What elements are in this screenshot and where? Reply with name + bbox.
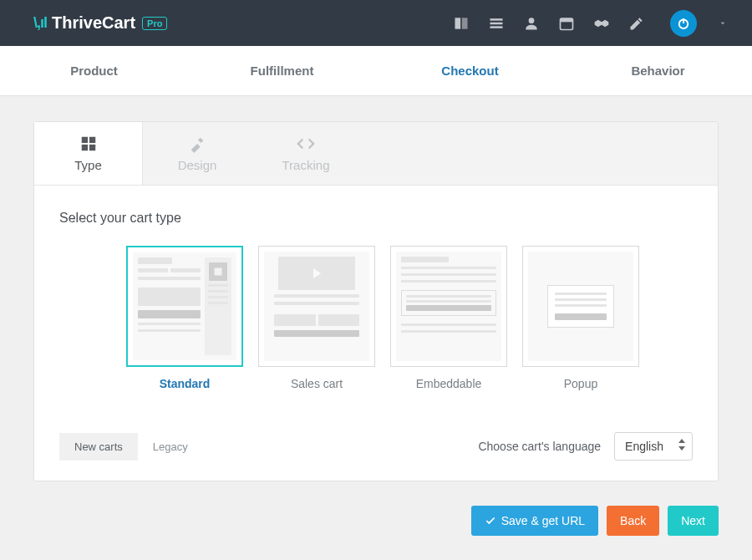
checkout-panel: Type Design Tracking Select your cart ty… [33,121,719,481]
language-select[interactable]: English [614,432,693,461]
cart-type-standard[interactable]: Standard [126,246,243,390]
logo[interactable]: \,ıl ThriveCart Pro [33,13,167,33]
cart-thumb [126,246,243,367]
subtab-type[interactable]: Type [34,122,143,185]
next-button[interactable]: Next [668,506,719,536]
save-get-url-button[interactable]: Save & get URL [471,506,598,536]
pro-badge: Pro [142,17,167,30]
section-title: Select your cart type [59,211,693,226]
cart-type-embeddable[interactable]: Embeddable [390,246,507,390]
design-icon [188,135,206,153]
grid-icon [79,135,98,153]
handshake-icon[interactable] [593,15,610,32]
logo-mark-icon: \,ıl [33,14,47,32]
svg-rect-12 [81,145,87,150]
svg-point-5 [529,18,535,23]
cart-type-label: Standard [160,377,211,390]
cart-thumb [390,246,507,367]
language-label: Choose cart's language [478,440,601,453]
sub-tabs: Type Design Tracking [34,122,718,186]
user-icon[interactable] [523,15,540,32]
logo-text: ThriveCart [52,13,135,33]
footer-actions: Save & get URL Back Next [0,494,752,536]
cart-thumb [258,246,375,367]
cart-type-salescart[interactable]: Sales cart [258,246,375,390]
svg-rect-0 [455,18,461,28]
top-icons [453,10,727,37]
topbar: \,ıl ThriveCart Pro [0,0,752,46]
svg-rect-10 [81,137,87,143]
version-tabs: New carts Legacy [59,433,203,461]
tab-checkout[interactable]: Checkout [376,46,564,95]
svg-rect-2 [490,18,503,21]
cart-type-grid: Standard Sales cart [59,246,693,390]
subtab-design[interactable]: Design [143,122,252,185]
subtab-label: Design [178,158,217,172]
svg-rect-4 [490,26,503,28]
button-label: Next [681,514,705,527]
tab-behavior[interactable]: Behavior [564,46,752,95]
tab-fulfillment[interactable]: Fulfillment [188,46,376,95]
panel-icon[interactable] [453,15,470,32]
cart-type-popup[interactable]: Popup [522,246,639,390]
main-tabs: Product Fulfillment Checkout Behavior [0,46,752,96]
cart-type-label: Popup [564,377,597,390]
svg-rect-11 [89,137,94,143]
check-icon [485,515,496,527]
svg-rect-7 [561,18,573,22]
back-button[interactable]: Back [607,506,659,536]
svg-rect-3 [490,22,503,24]
calendar-icon[interactable] [558,15,575,32]
button-label: Save & get URL [501,514,585,527]
button-label: Back [620,514,646,527]
subtab-label: Tracking [282,158,330,172]
svg-rect-14 [215,268,222,276]
version-tab-legacy[interactable]: Legacy [138,433,203,461]
chevron-down-icon[interactable] [719,16,727,31]
code-icon [297,135,315,153]
list-icon[interactable] [488,15,505,32]
cart-type-label: Sales cart [291,377,343,390]
power-button[interactable] [670,10,697,37]
bottom-row: New carts Legacy Choose cart's language … [59,432,693,461]
cart-type-label: Embeddable [416,377,482,390]
svg-rect-13 [89,145,94,150]
edit-icon[interactable] [628,15,645,32]
cart-thumb [522,246,639,367]
tab-product[interactable]: Product [0,46,188,95]
version-tab-new[interactable]: New carts [59,433,138,461]
svg-rect-1 [462,18,468,28]
subtab-label: Type [74,158,102,172]
subtab-tracking[interactable]: Tracking [252,122,360,185]
